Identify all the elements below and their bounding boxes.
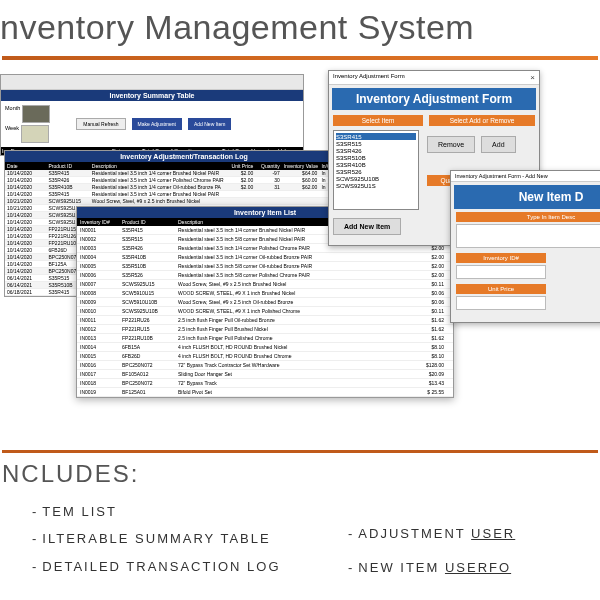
close-icon[interactable]: ×	[530, 73, 535, 82]
description-field[interactable]	[456, 224, 600, 248]
excel-ribbon	[1, 75, 303, 90]
divider	[2, 450, 598, 453]
table-row: 10/21/2020SCWS925U15Wood Screw, Steel, #…	[5, 198, 363, 205]
table-row: IN0016BPC250N07272" Bypass Track Contrac…	[77, 361, 453, 370]
summary-header: Inventory Summary Table	[1, 90, 303, 101]
table-row: IN0010SCWS925U10BWOOD SCREW, STEEL, #9 X…	[77, 307, 453, 316]
unit-price-field[interactable]	[456, 296, 546, 310]
table-row: IN0004S35R410BResidential steel 3.5 inch…	[77, 253, 453, 262]
table-row: IN0008SCW5910U15WOOD SCREW, STEEL, #9 X …	[77, 289, 453, 298]
item-listbox[interactable]: S3SR415S3SR515S3SR426S3SR510BS3SR410BS3S…	[333, 130, 419, 210]
summary-window: Inventory Summary Table Month Week Manua…	[0, 74, 304, 156]
manual-refresh-button[interactable]: Manual Refresh	[76, 118, 125, 130]
add-button[interactable]: Add	[481, 136, 515, 153]
log-header: Inventory Adjustment/Transaction Log	[5, 151, 363, 162]
table-row: IN0009SCW5910U10BWood Screw, Steel, #9 x…	[77, 298, 453, 307]
table-row: IN0011FP221RU262.5 inch flush Finger Pul…	[77, 316, 453, 325]
log-column-headers: DateProduct IDDescriptionUnit PriceQuant…	[5, 162, 363, 170]
table-row: IN0018BPC250N07272" Bypass Track$13.43	[77, 379, 453, 388]
make-adjustment-button[interactable]: Make Adjustment	[132, 118, 182, 130]
table-row: 10/14/2020S35R426Residential steel 3.5 i…	[5, 177, 363, 184]
filter-month-label: Month	[5, 105, 20, 123]
add-new-item-button[interactable]: Add New Item	[188, 118, 231, 130]
select-item-label: Select Item	[333, 115, 423, 126]
adj-titlebar: Inventory Adjustment Form	[333, 73, 405, 82]
filter-month[interactable]	[22, 105, 50, 123]
table-row: IN0019BF125A01Bifold Pivot Set$ 25.55	[77, 388, 453, 397]
table-row: 10/14/2020S35R415Residential steel 3.5 i…	[5, 170, 363, 177]
adj-form-title: Inventory Adjustment Form	[332, 88, 536, 110]
page-title: nventory Management System	[0, 8, 474, 47]
table-row: IN0012FP221RU152.5 inch flush Finger Pul…	[77, 325, 453, 334]
new-item-form: Inventory Adjustment Form - Add New New …	[450, 170, 600, 323]
remove-button[interactable]: Remove	[427, 136, 475, 153]
table-row: IN00156FB26D4 inch FLUSH BOLT, HD ROUND …	[77, 352, 453, 361]
table-row: IN0006S35R526Residential steel 3.5 inch …	[77, 271, 453, 280]
table-row: 10/14/2020S35R415Residential steel 3.5 i…	[5, 191, 363, 198]
filter-week-label: Week	[5, 125, 19, 143]
inv-id-label: Inventory ID#	[456, 253, 546, 263]
table-row: IN0013FP221RU10B2.5 inch flush Finger Pu…	[77, 334, 453, 343]
includes-title: NCLUDES:	[2, 460, 139, 488]
inv-id-field[interactable]	[456, 265, 546, 279]
divider	[2, 56, 598, 60]
table-row: IN0005S35R510BResidential steel 3.5 inch…	[77, 262, 453, 271]
table-row: IN0017BF105A012Sliding Door Hanger Set$2…	[77, 370, 453, 379]
table-row: IN00146FB15A4 inch FLUSH BOLT, HD ROUND …	[77, 343, 453, 352]
filter-week[interactable]	[21, 125, 49, 143]
unit-price-label: Unit Price	[456, 284, 546, 294]
table-row: IN0007SCWS925U15Wood Screw, Steel, #9 x …	[77, 280, 453, 289]
includes-right: ADJUSTMENT USER NEW ITEM USERFO	[348, 517, 515, 585]
includes-left: TEM LISTILTERABLE SUMMARY TABLEDETAILED …	[32, 498, 281, 580]
new-form-title: New Item D	[454, 185, 600, 209]
type-desc-label: Type In Item Desc	[456, 212, 600, 222]
select-add-remove-label: Select Add or Remove	[429, 115, 535, 126]
add-new-item-button[interactable]: Add New Item	[333, 218, 401, 235]
table-row: 10/14/2020S35R410BResidential steel 3.5 …	[5, 184, 363, 191]
new-titlebar: Inventory Adjustment Form - Add New	[451, 171, 600, 182]
